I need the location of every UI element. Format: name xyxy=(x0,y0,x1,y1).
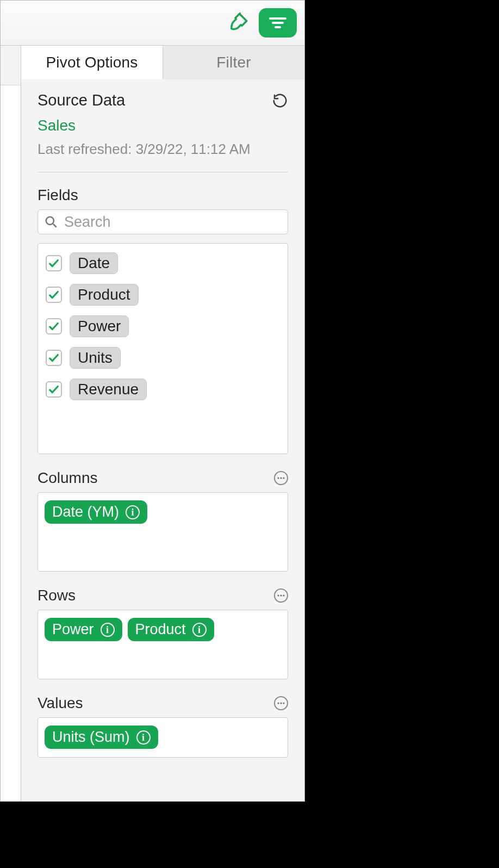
check-icon xyxy=(48,257,60,269)
svg-point-12 xyxy=(280,702,282,704)
source-data-link[interactable]: Sales xyxy=(38,117,288,134)
inspector-panel: Pivot Options Filter Source Data Sales L… xyxy=(0,0,305,802)
zone-pill[interactable]: Units (Sum)i xyxy=(45,726,158,749)
refresh-icon xyxy=(272,92,288,109)
fields-heading: Fields xyxy=(38,187,288,204)
check-icon xyxy=(48,289,60,301)
field-chip[interactable]: Units xyxy=(70,347,121,369)
info-icon[interactable]: i xyxy=(101,623,115,637)
svg-point-9 xyxy=(280,594,282,596)
toolbar xyxy=(1,1,304,46)
zone-pill[interactable]: Date (YM)i xyxy=(45,500,147,524)
check-icon xyxy=(48,352,60,364)
divider xyxy=(38,172,288,172)
ellipsis-icon xyxy=(277,702,285,704)
fields-list: DateProductPowerUnitsRevenue xyxy=(38,243,288,454)
annotation-bracket xyxy=(307,196,314,457)
field-checkbox[interactable] xyxy=(46,255,62,271)
fields-search-input[interactable] xyxy=(38,209,288,234)
svg-line-4 xyxy=(53,224,57,227)
svg-point-5 xyxy=(277,477,279,479)
pill-label: Product xyxy=(135,622,186,637)
info-icon[interactable]: i xyxy=(126,505,140,519)
pivot-tab-body: Pivot Options Filter Source Data Sales L… xyxy=(21,46,304,801)
pill-label: Units (Sum) xyxy=(52,730,130,745)
svg-rect-2 xyxy=(275,26,281,28)
refresh-button[interactable] xyxy=(272,92,288,109)
rows-heading: Rows xyxy=(38,587,76,604)
field-chip[interactable]: Power xyxy=(70,315,129,337)
sheet-edge xyxy=(1,46,21,801)
ellipsis-icon xyxy=(277,477,285,479)
tab-filter[interactable]: Filter xyxy=(163,46,304,79)
svg-point-8 xyxy=(277,594,279,596)
field-row: Date xyxy=(46,252,280,274)
search-icon xyxy=(44,215,58,229)
svg-point-11 xyxy=(277,702,279,704)
brush-icon xyxy=(227,11,250,34)
svg-point-13 xyxy=(283,702,284,704)
svg-point-3 xyxy=(46,217,54,225)
format-button[interactable] xyxy=(225,10,251,36)
last-refreshed-label: Last refreshed: 3/29/22, 11:12 AM xyxy=(38,141,288,158)
check-icon xyxy=(48,383,60,395)
field-row: Units xyxy=(46,347,280,369)
rows-menu-button[interactable] xyxy=(274,588,288,603)
svg-point-6 xyxy=(280,477,282,479)
field-checkbox[interactable] xyxy=(46,350,62,366)
field-chip[interactable]: Product xyxy=(70,284,139,306)
zone-pill[interactable]: Producti xyxy=(128,618,214,641)
check-icon xyxy=(48,320,60,332)
field-checkbox[interactable] xyxy=(46,287,62,303)
values-heading: Values xyxy=(38,695,83,712)
organize-button[interactable] xyxy=(259,8,297,38)
svg-rect-1 xyxy=(272,22,284,24)
tab-pivot-options[interactable]: Pivot Options xyxy=(21,46,163,79)
field-checkbox[interactable] xyxy=(46,318,62,334)
pill-label: Date (YM) xyxy=(52,505,119,519)
field-row: Product xyxy=(46,284,280,306)
svg-point-7 xyxy=(283,477,284,479)
values-menu-button[interactable] xyxy=(274,696,288,710)
columns-drop-zone[interactable]: Date (YM)i xyxy=(38,492,288,572)
field-row: Revenue xyxy=(46,379,280,400)
svg-rect-0 xyxy=(269,17,286,20)
field-checkbox[interactable] xyxy=(46,381,62,398)
source-data-heading: Source Data xyxy=(38,91,125,109)
info-icon[interactable]: i xyxy=(136,730,151,745)
rows-drop-zone[interactable]: PoweriProducti xyxy=(38,610,288,679)
annotation-bracket xyxy=(307,478,314,801)
ellipsis-icon xyxy=(277,594,285,597)
columns-heading: Columns xyxy=(38,469,97,487)
info-icon[interactable]: i xyxy=(192,623,207,637)
svg-point-10 xyxy=(283,594,284,596)
organize-icon xyxy=(267,15,289,31)
columns-menu-button[interactable] xyxy=(274,471,288,485)
pill-label: Power xyxy=(52,622,94,637)
zone-pill[interactable]: Poweri xyxy=(45,618,122,641)
field-chip[interactable]: Date xyxy=(70,252,118,274)
field-chip[interactable]: Revenue xyxy=(70,379,147,400)
tab-bar: Pivot Options Filter xyxy=(21,46,304,79)
values-drop-zone[interactable]: Units (Sum)i xyxy=(38,717,288,758)
field-row: Power xyxy=(46,315,280,337)
